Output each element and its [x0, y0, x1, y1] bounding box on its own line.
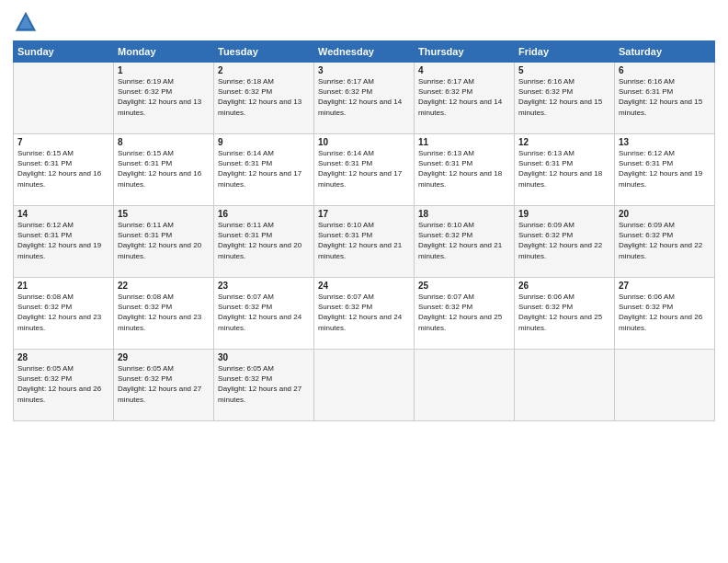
day-number: 19: [518, 209, 610, 219]
calendar-cell: 14Sunrise: 6:12 AMSunset: 6:31 PMDayligh…: [14, 206, 114, 278]
day-number: 13: [619, 137, 711, 147]
day-info: Sunrise: 6:10 AMSunset: 6:31 PMDaylight:…: [318, 220, 410, 261]
day-info: Sunrise: 6:19 AMSunset: 6:32 PMDaylight:…: [118, 76, 210, 118]
day-number: 20: [619, 209, 711, 219]
day-info: Sunrise: 6:15 AMSunset: 6:31 PMDaylight:…: [17, 148, 109, 190]
calendar-cell: 21Sunrise: 6:08 AMSunset: 6:32 PMDayligh…: [14, 278, 114, 350]
calendar-cell: 18Sunrise: 6:10 AMSunset: 6:32 PMDayligh…: [415, 206, 515, 278]
column-header-monday: Monday: [114, 41, 214, 63]
calendar-cell: 30Sunrise: 6:05 AMSunset: 6:32 PMDayligh…: [214, 350, 314, 421]
day-number: 21: [17, 281, 109, 291]
day-info: Sunrise: 6:06 AMSunset: 6:32 PMDaylight:…: [518, 292, 610, 333]
day-number: 2: [218, 65, 310, 75]
calendar-header-row: SundayMondayTuesdayWednesdayThursdayFrid…: [14, 41, 715, 63]
day-info: Sunrise: 6:12 AMSunset: 6:31 PMDaylight:…: [17, 220, 109, 261]
day-info: Sunrise: 6:09 AMSunset: 6:32 PMDaylight:…: [518, 220, 610, 261]
header: [13, 9, 715, 35]
calendar-cell: 27Sunrise: 6:06 AMSunset: 6:32 PMDayligh…: [615, 278, 715, 350]
calendar-cell: 12Sunrise: 6:13 AMSunset: 6:31 PMDayligh…: [515, 134, 615, 206]
day-info: Sunrise: 6:11 AMSunset: 6:31 PMDaylight:…: [118, 220, 210, 261]
calendar-week-row: 28Sunrise: 6:05 AMSunset: 6:32 PMDayligh…: [14, 350, 715, 421]
day-number: 29: [118, 352, 210, 362]
column-header-thursday: Thursday: [415, 41, 515, 63]
calendar-cell: 28Sunrise: 6:05 AMSunset: 6:32 PMDayligh…: [14, 350, 114, 421]
calendar-cell: 20Sunrise: 6:09 AMSunset: 6:32 PMDayligh…: [615, 206, 715, 278]
calendar-week-row: 21Sunrise: 6:08 AMSunset: 6:32 PMDayligh…: [14, 278, 715, 350]
day-number: 14: [17, 209, 109, 219]
day-info: Sunrise: 6:08 AMSunset: 6:32 PMDaylight:…: [17, 292, 109, 333]
day-number: 3: [318, 65, 410, 75]
calendar-cell: [415, 350, 515, 421]
day-number: 28: [17, 352, 109, 362]
logo-icon: [13, 9, 39, 35]
day-info: Sunrise: 6:06 AMSunset: 6:32 PMDaylight:…: [619, 292, 711, 333]
calendar-cell: 3Sunrise: 6:17 AMSunset: 6:32 PMDaylight…: [314, 63, 415, 134]
day-number: 26: [518, 281, 610, 291]
calendar-week-row: 14Sunrise: 6:12 AMSunset: 6:31 PMDayligh…: [14, 206, 715, 278]
calendar-cell: 29Sunrise: 6:05 AMSunset: 6:32 PMDayligh…: [114, 350, 214, 421]
calendar-cell: 6Sunrise: 6:16 AMSunset: 6:31 PMDaylight…: [615, 63, 715, 134]
day-info: Sunrise: 6:08 AMSunset: 6:32 PMDaylight:…: [118, 292, 210, 333]
day-number: 8: [118, 137, 210, 147]
calendar-cell: [14, 63, 114, 134]
day-number: 1: [118, 65, 210, 75]
calendar-cell: 13Sunrise: 6:12 AMSunset: 6:31 PMDayligh…: [615, 134, 715, 206]
day-number: 22: [118, 281, 210, 291]
day-info: Sunrise: 6:09 AMSunset: 6:32 PMDaylight:…: [619, 220, 711, 261]
calendar-cell: 4Sunrise: 6:17 AMSunset: 6:32 PMDaylight…: [415, 63, 515, 134]
calendar-cell: 25Sunrise: 6:07 AMSunset: 6:32 PMDayligh…: [415, 278, 515, 350]
day-number: 18: [418, 209, 510, 219]
day-number: 11: [418, 137, 510, 147]
day-info: Sunrise: 6:13 AMSunset: 6:31 PMDaylight:…: [518, 148, 610, 190]
day-info: Sunrise: 6:12 AMSunset: 6:31 PMDaylight:…: [619, 148, 711, 190]
day-number: 4: [418, 65, 510, 75]
day-number: 12: [518, 137, 610, 147]
day-info: Sunrise: 6:17 AMSunset: 6:32 PMDaylight:…: [418, 76, 510, 118]
day-info: Sunrise: 6:16 AMSunset: 6:31 PMDaylight:…: [619, 76, 711, 118]
day-info: Sunrise: 6:18 AMSunset: 6:32 PMDaylight:…: [218, 76, 310, 118]
calendar-cell: [615, 350, 715, 421]
day-number: 5: [518, 65, 610, 75]
day-info: Sunrise: 6:07 AMSunset: 6:32 PMDaylight:…: [418, 292, 510, 333]
calendar-cell: 10Sunrise: 6:14 AMSunset: 6:31 PMDayligh…: [314, 134, 415, 206]
calendar-cell: 2Sunrise: 6:18 AMSunset: 6:32 PMDaylight…: [214, 63, 314, 134]
calendar-table: SundayMondayTuesdayWednesdayThursdayFrid…: [13, 40, 715, 421]
column-header-saturday: Saturday: [615, 41, 715, 63]
day-number: 23: [218, 281, 310, 291]
day-number: 7: [17, 137, 109, 147]
day-number: 30: [218, 352, 310, 362]
day-number: 9: [218, 137, 310, 147]
calendar-cell: 17Sunrise: 6:10 AMSunset: 6:31 PMDayligh…: [314, 206, 415, 278]
day-info: Sunrise: 6:07 AMSunset: 6:32 PMDaylight:…: [318, 292, 410, 333]
calendar-cell: 19Sunrise: 6:09 AMSunset: 6:32 PMDayligh…: [515, 206, 615, 278]
calendar-cell: 7Sunrise: 6:15 AMSunset: 6:31 PMDaylight…: [14, 134, 114, 206]
day-info: Sunrise: 6:16 AMSunset: 6:32 PMDaylight:…: [518, 76, 610, 118]
calendar-cell: 11Sunrise: 6:13 AMSunset: 6:31 PMDayligh…: [415, 134, 515, 206]
logo: [13, 9, 42, 35]
day-info: Sunrise: 6:05 AMSunset: 6:32 PMDaylight:…: [118, 363, 210, 405]
page-container: SundayMondayTuesdayWednesdayThursdayFrid…: [0, 0, 728, 431]
calendar-cell: 8Sunrise: 6:15 AMSunset: 6:31 PMDaylight…: [114, 134, 214, 206]
calendar-cell: [314, 350, 415, 421]
day-info: Sunrise: 6:17 AMSunset: 6:32 PMDaylight:…: [318, 76, 410, 118]
day-info: Sunrise: 6:05 AMSunset: 6:32 PMDaylight:…: [218, 363, 310, 405]
day-info: Sunrise: 6:05 AMSunset: 6:32 PMDaylight:…: [17, 363, 109, 405]
calendar-cell: 9Sunrise: 6:14 AMSunset: 6:31 PMDaylight…: [214, 134, 314, 206]
day-info: Sunrise: 6:10 AMSunset: 6:32 PMDaylight:…: [418, 220, 510, 261]
calendar-cell: 26Sunrise: 6:06 AMSunset: 6:32 PMDayligh…: [515, 278, 615, 350]
calendar-cell: 23Sunrise: 6:07 AMSunset: 6:32 PMDayligh…: [214, 278, 314, 350]
day-number: 10: [318, 137, 410, 147]
day-number: 17: [318, 209, 410, 219]
day-number: 6: [619, 65, 711, 75]
calendar-cell: 1Sunrise: 6:19 AMSunset: 6:32 PMDaylight…: [114, 63, 214, 134]
day-info: Sunrise: 6:07 AMSunset: 6:32 PMDaylight:…: [218, 292, 310, 333]
calendar-cell: 22Sunrise: 6:08 AMSunset: 6:32 PMDayligh…: [114, 278, 214, 350]
day-number: 24: [318, 281, 410, 291]
day-number: 15: [118, 209, 210, 219]
calendar-week-row: 1Sunrise: 6:19 AMSunset: 6:32 PMDaylight…: [14, 63, 715, 134]
day-number: 27: [619, 281, 711, 291]
column-header-wednesday: Wednesday: [314, 41, 415, 63]
calendar-cell: 24Sunrise: 6:07 AMSunset: 6:32 PMDayligh…: [314, 278, 415, 350]
day-info: Sunrise: 6:14 AMSunset: 6:31 PMDaylight:…: [318, 148, 410, 190]
column-header-sunday: Sunday: [14, 41, 114, 63]
